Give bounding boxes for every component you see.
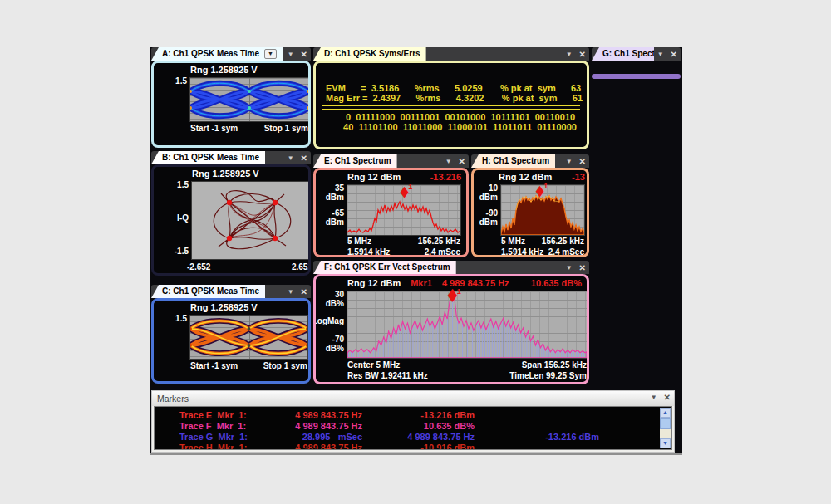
constellation-plot: 1.5 I-Q -1.5	[192, 182, 311, 259]
span-label: 156.25 kHz	[542, 236, 584, 247]
marker-diamond-icon[interactable]: ◆1	[401, 183, 412, 197]
close-icon[interactable]: ✕	[301, 154, 307, 163]
x-start-label: Start -1 sym	[190, 360, 238, 371]
chevron-down-icon[interactable]: ▼	[657, 51, 664, 58]
y-axis-label: 35	[335, 183, 344, 193]
span-label: Span 156.25 kHz	[522, 360, 587, 370]
chevron-down-icon[interactable]: ▼	[651, 390, 657, 405]
y-axis-unit: dB%	[326, 299, 344, 308]
mag-err-readout-line: Mag Err = 2.4397 %rms 4.3202 % pk at sym…	[326, 93, 587, 103]
close-icon[interactable]: ✕	[579, 50, 586, 59]
tab-b-qpsk-meas-time[interactable]: B: Ch1 QPSK Meas Time	[151, 151, 265, 164]
spectrum-plot: 10 dBm -90 dBm ◆1	[501, 185, 584, 235]
markers-title-bar[interactable]: Markers ▼ ✕	[152, 391, 674, 406]
y-axis-label: -1.5	[175, 247, 189, 256]
panel-g: G: Ch1 Spectrum ▼ ✕ Rng 12 dBm ◆ 1 53.2 …	[592, 47, 681, 384]
marker-readout: -13.216	[430, 172, 461, 183]
tab-h-spectrum[interactable]: H: Ch1 Spectrum	[471, 154, 555, 168]
eye-diagram-trace	[190, 316, 307, 359]
symbol-bits-line: 0 01111000 00111001 00101000 10111101 00…	[341, 112, 587, 122]
span-label: 156.25 kHz	[418, 236, 460, 247]
y-axis-label: 1.5	[175, 76, 187, 86]
chevron-down-icon[interactable]: ▼	[264, 49, 277, 59]
x-stop-label: Stop 1 sym	[263, 360, 307, 371]
close-icon[interactable]: ✕	[579, 263, 586, 272]
eye-diagram-plot: 1.5	[190, 316, 307, 359]
markers-panel: Markers ▼ ✕ Trace E Mkr 1: 4 989 843.75 …	[151, 390, 675, 453]
timelen-label: 2.4 mSec	[425, 247, 460, 257]
y-axis-unit: dB%	[326, 344, 344, 353]
panel-c-body: Rng 1.258925 V 1.5 Start -1 sym Sto	[151, 298, 311, 384]
chevron-down-icon[interactable]: ▼	[445, 158, 452, 165]
tab-c-qpsk-meas-time[interactable]: C: Ch1 QPSK Meas Time	[151, 285, 265, 298]
x-min-label: -2.652	[187, 262, 210, 272]
x-stop-label: Stop 1 sym	[264, 123, 308, 134]
markers-title: Markers	[157, 394, 189, 404]
panel-b: B: Ch1 QPSK Meas Time ▼ ✕ Rng 1.258925 V…	[151, 151, 311, 276]
marker-readout: -13	[572, 172, 585, 183]
chevron-down-icon[interactable]: ▼	[566, 51, 573, 58]
panel-e: E: Ch1 Spectrum ▼ ✕ Rng 12 dBm -13.216 3…	[313, 154, 469, 257]
eye-diagram-trace	[190, 78, 308, 121]
close-icon[interactable]: ✕	[579, 157, 586, 166]
y-axis-label: 30	[335, 290, 344, 299]
panel-e-tab-strip: E: Ch1 Spectrum ▼ ✕	[313, 154, 469, 168]
panel-d-body: EVM = 3.5186 %rms 5.0259 % pk at sym 63 …	[313, 61, 589, 149]
tab-f-err-vect-spectrum[interactable]: F: Ch1 QPSK Err Vect Spectrum	[313, 261, 456, 274]
range-label: Rng 12 dBm	[347, 278, 401, 290]
rbw-label: Res BW 1.92411 kHz	[347, 370, 428, 381]
rbw-label: 1.5914 kHz	[501, 247, 543, 257]
timelen-label: 2.4 mSec	[548, 247, 584, 257]
markers-scrollbar[interactable]: ▲ ▼	[660, 408, 671, 448]
panel-h-body: Rng 12 dBm -13 10 dBm -90 dBm ◆1 5 MHz 1…	[471, 168, 589, 257]
eye-diagram-plot: 1.5	[190, 78, 308, 121]
chevron-down-icon[interactable]: ▼	[566, 158, 573, 165]
marker-row-trace-e: Trace E Mkr 1: 4 989 843.75 Hz -13.216 d…	[155, 410, 671, 421]
separator	[322, 105, 580, 110]
center-freq-label: 5 MHz	[501, 236, 525, 247]
close-icon[interactable]: ✕	[664, 390, 671, 405]
close-icon[interactable]: ✕	[301, 50, 307, 59]
y-axis-label: -70	[332, 335, 344, 344]
chevron-down-icon[interactable]: ▼	[288, 51, 294, 58]
rbw-label: 1.5914 kHz	[347, 247, 390, 257]
constellation-trace	[192, 182, 311, 259]
panel-f: F: Ch1 QPSK Err Vect Spectrum ▼ ✕ Rng 12…	[313, 261, 589, 384]
x-max-label: 2.652	[292, 262, 311, 272]
chevron-down-icon[interactable]: ▼	[566, 264, 573, 272]
close-icon[interactable]: ✕	[301, 287, 307, 296]
tab-e-spectrum[interactable]: E: Ch1 Spectrum	[313, 154, 397, 168]
y-axis-label: -65	[332, 208, 344, 218]
center-freq-label: Center 5 MHz	[347, 360, 400, 370]
range-label: Rng 1.258925 V	[190, 302, 308, 314]
tab-d-qpsk-syms-errs[interactable]: D: Ch1 QPSK Syms/Errs	[313, 47, 426, 61]
spectrum-plot: 35 dBm -65 dBm ◆1	[347, 185, 460, 235]
y-axis-label: 1.5	[177, 180, 189, 189]
panel-c: C: Ch1 QPSK Meas Time ▼ ✕ Rng 1.258925 V…	[151, 285, 311, 384]
markers-list: Trace E Mkr 1: 4 989 843.75 Hz -13.216 d…	[154, 406, 672, 450]
y-axis-label: 1.5	[175, 314, 187, 323]
panel-h: H: Ch1 Spectrum ▼ ✕ Rng 12 dBm -13 10 dB…	[471, 154, 589, 257]
scroll-up-icon[interactable]: ▲	[660, 408, 671, 418]
panel-g-tab-strip: G: Ch1 Spectrum ▼ ✕	[592, 47, 681, 61]
marker-diamond-icon[interactable]: ◆1	[448, 288, 461, 300]
y-axis-label: -90	[486, 208, 498, 218]
chevron-down-icon[interactable]: ▼	[288, 288, 294, 296]
marker-row-trace-f: Trace F Mkr 1: 4 989 843.75 Hz 10.635 dB…	[155, 421, 671, 432]
panel-d-tab-strip: D: Ch1 QPSK Syms/Errs ▼ ✕	[313, 47, 589, 61]
panel-a-body: Rng 1.258925 V 1.5 Start -1 sym Sto	[151, 61, 311, 148]
symbol-bits-line: 40 11101100 11011000 11000101 11011011 0…	[341, 122, 587, 132]
chevron-down-icon[interactable]: ▼	[288, 154, 294, 162]
tab-a-qpsk-meas-time[interactable]: A: Ch1 QPSK Meas Time ▼	[151, 47, 283, 61]
close-icon[interactable]: ✕	[671, 50, 677, 59]
scroll-down-icon[interactable]: ▼	[660, 438, 671, 448]
panel-e-body: Rng 12 dBm -13.216 35 dBm -65 dBm ◆1 5 M…	[313, 168, 469, 257]
y-axis-unit: dBm	[479, 193, 498, 202]
marker-diamond-icon[interactable]: ◆1	[536, 183, 548, 196]
close-icon[interactable]: ✕	[459, 157, 465, 166]
tab-g-spectrum[interactable]: G: Ch1 Spectrum	[592, 47, 661, 61]
range-label: Rng 12 dBm	[347, 172, 401, 183]
marker-value-readout: 10.635 dB%	[531, 278, 582, 290]
evm-readout-line: EVM = 3.5186 %rms 5.0259 % pk at sym 63	[326, 83, 587, 93]
scrollbar-thumb[interactable]	[660, 418, 671, 429]
